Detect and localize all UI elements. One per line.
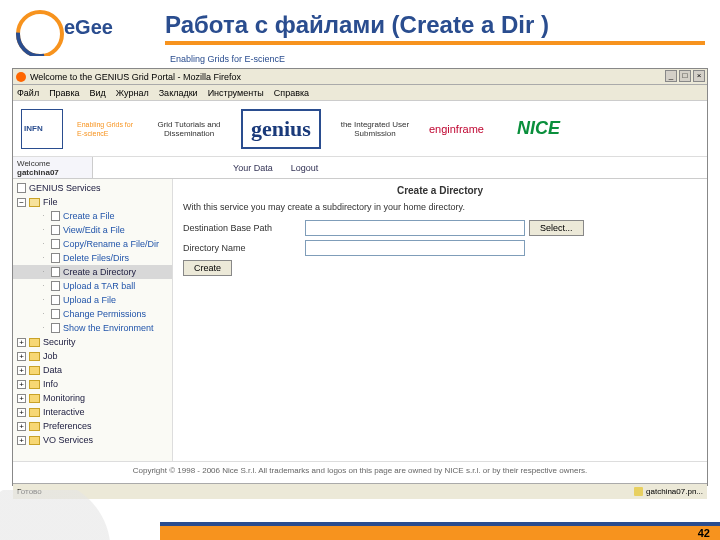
- tree-line-icon: ·: [39, 254, 48, 263]
- genius-logo: genius: [241, 109, 321, 149]
- lock-icon: [634, 487, 643, 496]
- browser-window: Welcome to the GENIUS Grid Portal - Mozi…: [12, 68, 708, 486]
- form-row-dirname: Directory Name: [183, 240, 697, 256]
- tree-item-upload-file[interactable]: ·Upload a File: [13, 293, 172, 307]
- dirname-input[interactable]: [305, 240, 525, 256]
- tree-root-label: GENIUS Services: [29, 182, 101, 194]
- expand-icon: +: [17, 380, 26, 389]
- status-security: gatchina07.pn...: [646, 487, 703, 496]
- folder-icon: [29, 352, 40, 361]
- menu-help[interactable]: Справка: [274, 88, 309, 98]
- create-button[interactable]: Create: [183, 260, 232, 276]
- expand-icon: +: [17, 366, 26, 375]
- top-nav-row: Welcome gatchina07 Your Data Logout: [13, 157, 707, 179]
- folder-icon: [29, 380, 40, 389]
- window-title: Welcome to the GENIUS Grid Portal - Mozi…: [30, 72, 241, 82]
- integrated-user-logo: the Integrated User Submission: [335, 109, 415, 149]
- page-number: 42: [698, 527, 710, 539]
- form-row-basepath: Destination Base Path Select...: [183, 220, 697, 236]
- egee-logo: eGee: [12, 6, 157, 56]
- content-heading: Create a Directory: [183, 185, 697, 196]
- select-button[interactable]: Select...: [529, 220, 584, 236]
- tree-info[interactable]: +Info: [13, 377, 172, 391]
- tree-interactive[interactable]: +Interactive: [13, 405, 172, 419]
- minimize-button[interactable]: _: [665, 70, 677, 82]
- tree-item-permissions[interactable]: ·Change Permissions: [13, 307, 172, 321]
- folder-icon: [29, 408, 40, 417]
- file-icon: [51, 309, 60, 319]
- tree-item-environment[interactable]: ·Show the Environment: [13, 321, 172, 335]
- welcome-label: Welcome: [17, 159, 50, 168]
- file-icon: [51, 225, 60, 235]
- tree-line-icon: ·: [39, 240, 48, 249]
- content-area: Create a Directory With this service you…: [173, 179, 707, 461]
- tree-item-delete[interactable]: ·Delete Files/Dirs: [13, 251, 172, 265]
- file-icon: [51, 267, 60, 277]
- file-icon: [51, 211, 60, 221]
- tree-preferences[interactable]: +Preferences: [13, 419, 172, 433]
- welcome-username: gatchina07: [17, 168, 59, 177]
- tree-line-icon: ·: [39, 212, 48, 221]
- tree-root[interactable]: GENIUS Services: [13, 181, 172, 195]
- firefox-icon: [16, 72, 26, 82]
- main-area: GENIUS Services − File ·Create a File ·V…: [13, 179, 707, 461]
- tree-line-icon: ·: [39, 324, 48, 333]
- tab-your-data[interactable]: Your Data: [233, 163, 273, 173]
- tree-line-icon: ·: [39, 310, 48, 319]
- welcome-box: Welcome gatchina07: [13, 157, 93, 178]
- tree-file-node[interactable]: − File: [13, 195, 172, 209]
- menu-history[interactable]: Журнал: [116, 88, 149, 98]
- folder-icon: [29, 338, 40, 347]
- menu-edit[interactable]: Правка: [49, 88, 79, 98]
- tree-line-icon: ·: [39, 282, 48, 291]
- decorative-orange-bar: [160, 526, 720, 540]
- folder-icon: [29, 436, 40, 445]
- tree-item-copy-rename[interactable]: ·Copy/Rename a File/Dir: [13, 237, 172, 251]
- infn-logo: INFN: [21, 109, 63, 149]
- basepath-label: Destination Base Path: [183, 223, 301, 233]
- menu-bookmarks[interactable]: Закладки: [159, 88, 198, 98]
- partner-logos-row: INFN Enabling Grids for E-sciencE Grid T…: [13, 101, 707, 157]
- folder-icon: [29, 366, 40, 375]
- file-icon: [51, 239, 60, 249]
- folder-open-icon: [29, 198, 40, 207]
- maximize-button[interactable]: □: [679, 70, 691, 82]
- file-icon: [51, 323, 60, 333]
- decorative-arc: [0, 490, 170, 540]
- portal-footer: Copyright © 1998 - 2006 Nice S.r.l. All …: [13, 461, 707, 483]
- tree-item-create-file[interactable]: ·Create a File: [13, 209, 172, 223]
- basepath-input[interactable]: [305, 220, 525, 236]
- file-icon: [51, 281, 60, 291]
- file-icon: [51, 295, 60, 305]
- expand-icon: +: [17, 436, 26, 445]
- svg-text:eGee: eGee: [64, 16, 113, 38]
- folder-icon: [29, 422, 40, 431]
- expand-icon: +: [17, 394, 26, 403]
- expand-icon: +: [17, 352, 26, 361]
- file-icon: [51, 253, 60, 263]
- tab-logout[interactable]: Logout: [291, 163, 319, 173]
- form-row-submit: Create: [183, 260, 697, 276]
- tree-job[interactable]: +Job: [13, 349, 172, 363]
- menubar: Файл Правка Вид Журнал Закладки Инструме…: [13, 85, 707, 101]
- grid-tutorials-logo: Grid Tutorials and Dissemination: [151, 109, 227, 149]
- menu-view[interactable]: Вид: [90, 88, 106, 98]
- tree-vo-services[interactable]: +VO Services: [13, 433, 172, 447]
- tree-file-label: File: [43, 196, 58, 208]
- sidebar-tree: GENIUS Services − File ·Create a File ·V…: [13, 179, 173, 461]
- tree-line-icon: ·: [39, 226, 48, 235]
- menu-tools[interactable]: Инструменты: [208, 88, 264, 98]
- nice-logo: NICE: [517, 109, 560, 149]
- close-button[interactable]: ×: [693, 70, 705, 82]
- expand-icon: +: [17, 422, 26, 431]
- tree-item-view-edit[interactable]: ·View/Edit a File: [13, 223, 172, 237]
- slide-title: Работа с файлами (Create a Dir ): [165, 11, 705, 39]
- tree-data[interactable]: +Data: [13, 363, 172, 377]
- tree-security[interactable]: +Security: [13, 335, 172, 349]
- tree-item-upload-tar[interactable]: ·Upload a TAR ball: [13, 279, 172, 293]
- menu-file[interactable]: Файл: [17, 88, 39, 98]
- tree-monitoring[interactable]: +Monitoring: [13, 391, 172, 405]
- tree-item-create-dir[interactable]: ·Create a Directory: [13, 265, 172, 279]
- content-description: With this service you may create a subdi…: [183, 202, 697, 212]
- expand-icon: +: [17, 338, 26, 347]
